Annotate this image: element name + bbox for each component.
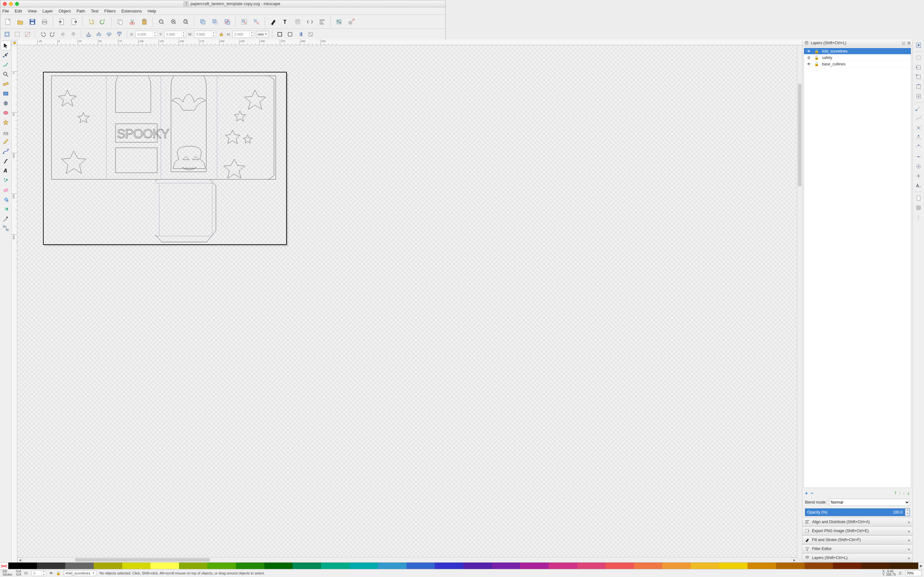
lower-button[interactable] [95,30,103,39]
gradient-tool[interactable] [1,204,11,214]
flip-vertical-button[interactable] [69,30,78,39]
svg-rect-16 [160,21,162,22]
group-button[interactable] [239,17,249,27]
rotate-ccw-button[interactable] [39,30,47,39]
menu-edit[interactable]: Edit [15,9,22,13]
ruler-horizontal[interactable]: -250255075100125150175200225250275300325 [17,39,446,45]
rectangle-tool[interactable] [1,89,11,98]
document-properties-button[interactable] [346,17,357,27]
svg-point-40 [349,21,352,24]
menu-help[interactable]: Help [148,9,156,13]
lower-to-bottom-button[interactable] [84,30,93,39]
deselect-button[interactable] [23,30,32,39]
svg-rect-39 [339,22,341,23]
svg-point-63 [7,149,9,150]
export-button[interactable] [69,17,79,27]
fill-stroke-dialog-button[interactable] [268,17,278,27]
lock-aspect-button[interactable] [218,31,225,38]
svg-rect-35 [320,23,324,24]
layers-dialog-button[interactable] [292,17,303,27]
svg-rect-53 [309,32,312,36]
bucket-tool[interactable] [1,195,11,204]
3dbox-tool[interactable] [1,98,11,108]
h-label: H: [227,32,230,36]
new-document-button[interactable] [3,17,13,27]
canvas[interactable]: SPOOKY [17,45,446,278]
xml-editor-button[interactable] [305,17,315,27]
affect-pattern-button[interactable] [306,30,315,39]
pencil-tool[interactable] [1,137,11,147]
svg-rect-14 [144,19,145,20]
zoom-drawing-button[interactable] [168,17,179,27]
preferences-button[interactable] [334,17,344,27]
raise-button[interactable] [105,30,113,39]
spiral-tool[interactable] [1,127,11,137]
affect-corners-button[interactable] [286,30,294,39]
menu-extensions[interactable]: Extensions [121,9,142,13]
import-button[interactable] [57,17,67,27]
affect-gradient-button[interactable] [296,30,304,39]
ruler-corner[interactable]: 🔒 [11,39,17,45]
zoom-selection-button[interactable] [156,17,166,27]
bezier-tool[interactable] [1,147,11,156]
paste-button[interactable] [139,17,150,27]
h-field[interactable]: ▲▼ [232,31,254,38]
svg-rect-50 [278,32,282,36]
undo-button[interactable] [86,17,96,27]
node-tool[interactable] [1,50,11,60]
dropper-tool[interactable] [1,214,11,223]
raise-to-top-button[interactable] [115,30,124,39]
x-field[interactable]: ▲▼ [136,31,157,38]
duplicate-button[interactable] [198,17,208,27]
ungroup-button[interactable] [251,17,262,27]
svg-marker-76 [61,151,86,173]
clone-button[interactable] [210,17,220,27]
rotate-cw-button[interactable] [49,30,57,39]
star-tool[interactable] [1,118,11,127]
redo-button[interactable] [98,17,108,27]
affect-stroke-button[interactable] [276,30,284,39]
lock-guides-icon: 🔒 [13,40,16,44]
connector-tool[interactable] [1,223,11,233]
menu-text[interactable]: Text [91,9,99,13]
zoom-window-button[interactable] [15,2,19,6]
cut-button[interactable] [127,17,137,27]
measure-tool[interactable] [1,79,11,89]
unlink-clone-button[interactable] [222,17,232,27]
eraser-tool[interactable] [1,185,11,195]
window-title: papercraft_lantern_template copy.svg - I… [190,1,280,6]
selector-tool[interactable] [1,41,11,50]
y-field[interactable]: ▲▼ [164,31,186,38]
print-button[interactable] [39,17,50,27]
svg-rect-68 [3,189,8,192]
select-all-layers-button[interactable] [3,30,11,39]
tweak-tool[interactable] [1,60,11,69]
ruler-vertical[interactable]: 050100150200 [11,45,17,278]
zoom-tool[interactable] [1,69,11,79]
align-dialog-button[interactable] [317,17,327,27]
menu-filters[interactable]: Filters [104,9,115,13]
svg-point-58 [3,72,7,75]
text-dialog-button[interactable]: T [280,17,291,27]
menu-path[interactable]: Path [76,9,85,13]
w-field[interactable]: ▲▼ [194,31,216,38]
minimize-window-button[interactable] [9,2,13,6]
toolbox: A [0,39,11,278]
select-all-button[interactable] [13,30,21,39]
save-document-button[interactable] [27,17,37,27]
flip-horizontal-button[interactable] [59,30,67,39]
menu-file[interactable]: File [2,9,9,13]
unit-select[interactable]: mm▼ [256,31,268,38]
spray-tool[interactable] [1,175,11,185]
menu-layer[interactable]: Layer [42,9,53,13]
menu-view[interactable]: View [27,9,37,13]
open-document-button[interactable] [15,17,25,27]
ellipse-tool[interactable] [1,108,11,118]
copy-button[interactable] [115,17,125,27]
menu-object[interactable]: Object [59,9,71,13]
zoom-page-button[interactable] [181,17,191,27]
text-tool[interactable]: A [1,166,11,175]
calligraphy-tool[interactable] [1,156,11,166]
svg-point-12 [132,23,134,24]
close-window-button[interactable] [3,2,7,6]
